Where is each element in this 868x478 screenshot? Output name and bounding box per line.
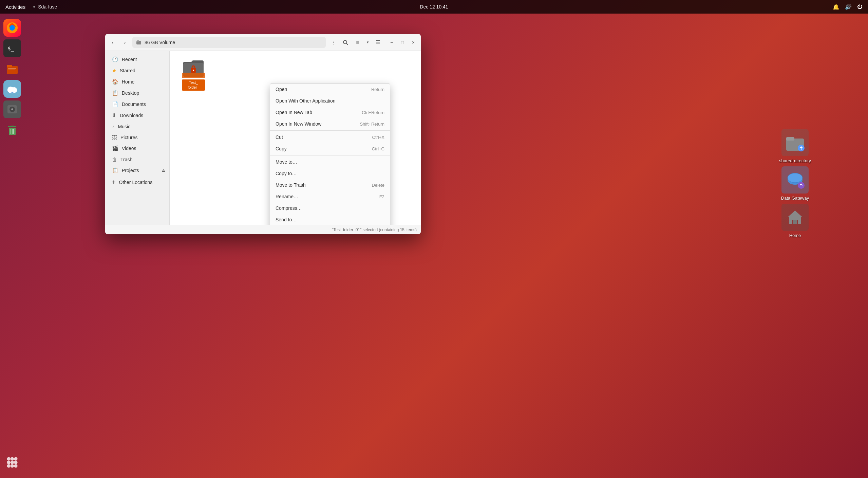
activities-label[interactable]: Activities (5, 4, 25, 10)
ctx-separator-1 (270, 130, 390, 131)
ctx-open[interactable]: Open Return (270, 84, 390, 95)
svg-point-20 (11, 457, 14, 460)
search-button[interactable] (341, 38, 350, 47)
pictures-icon: 🖼 (112, 134, 117, 140)
sidebar-item-music[interactable]: ♪ Music (107, 121, 168, 132)
svg-rect-5 (7, 65, 12, 67)
ctx-copy-to[interactable]: Copy to… (270, 168, 390, 179)
svg-point-21 (14, 457, 17, 460)
show-apps-button[interactable] (3, 454, 21, 471)
svg-point-27 (14, 464, 17, 467)
sidebar-item-starred[interactable]: ★ Starred (107, 65, 168, 76)
maximize-button[interactable]: □ (398, 38, 407, 47)
sidebar-item-videos[interactable]: 🎬 Videos (107, 143, 168, 154)
sidebar-label-recent: Recent (122, 57, 137, 62)
sidebar-label-home: Home (122, 79, 134, 85)
back-button[interactable]: ‹ (108, 38, 117, 47)
ctx-send-to[interactable]: Send to… (270, 214, 390, 225)
dock-item-cloud[interactable] (3, 80, 21, 98)
sidebar-item-projects[interactable]: 📋 Projects (107, 165, 158, 176)
ctx-cut[interactable]: Cut Ctrl+X (270, 131, 390, 143)
ctx-open-window-shortcut: Shift+Return (360, 122, 384, 127)
sidebar-item-desktop[interactable]: 📋 Desktop (107, 88, 168, 98)
sidebar-item-pictures[interactable]: 🖼 Pictures (107, 132, 168, 143)
status-text: "Test_folder_01" selected (containing 15… (332, 227, 417, 232)
desktop-icon-home[interactable]: Home (773, 204, 817, 239)
ctx-rename-label: Rename… (276, 194, 298, 199)
svg-point-1 (10, 25, 15, 31)
data-gateway-label: Data Gateway (781, 196, 809, 201)
sidebar-item-other-locations[interactable]: + Other Locations (107, 176, 168, 188)
ctx-cut-label: Cut (276, 134, 283, 140)
svg-rect-41 (182, 73, 205, 78)
menu-button[interactable]: ⋮ (328, 38, 338, 47)
svg-text:$_: $_ (7, 45, 14, 52)
sidebar-item-trash[interactable]: 🗑 Trash (107, 154, 168, 165)
power-icon[interactable]: ⏻ (857, 4, 863, 10)
ctx-move-to-trash[interactable]: Move to Trash Delete (270, 179, 390, 191)
other-locations-icon: + (112, 179, 116, 186)
trash-dock-icon (5, 123, 19, 136)
more-options-button[interactable]: ☰ (373, 38, 383, 47)
desktop-icon-data-gateway[interactable]: Data Gateway (773, 166, 817, 201)
ctx-move-to[interactable]: Move to… (270, 156, 390, 168)
notification-bell-icon[interactable]: 🔔 (833, 4, 839, 10)
sidebar-label-pictures: Pictures (120, 135, 138, 140)
view-dropdown-button[interactable]: ▾ (363, 38, 373, 47)
folder-label: Test_ folder_ (182, 79, 205, 91)
ctx-copy[interactable]: Copy Ctrl+C (270, 143, 390, 154)
sidebar-label-projects: Projects (122, 168, 139, 173)
ctx-open-new-tab[interactable]: Open In New Tab Ctrl+Return (270, 107, 390, 118)
recent-icon: 🕐 (112, 56, 118, 62)
starred-icon: ★ (112, 68, 116, 74)
dock-item-disk[interactable] (3, 100, 21, 118)
sidebar: 🕐 Recent ★ Starred 🏠 Home 📋 Desktop 📄 Do… (105, 51, 170, 225)
shared-directory-icon (785, 132, 805, 153)
svg-rect-34 (793, 220, 797, 224)
home-icon: 🏠 (112, 79, 118, 85)
list-view-button[interactable]: ≡ (353, 38, 362, 47)
dock-item-files[interactable] (3, 60, 21, 77)
apps-grid-icon (3, 454, 21, 471)
svg-point-26 (11, 464, 14, 467)
home-desktop-label: Home (789, 233, 801, 239)
ctx-movetotrash-label: Move to Trash (276, 182, 306, 188)
desktop-icon-shared-directory[interactable]: shared-directory (773, 129, 817, 164)
ctx-cut-shortcut: Ctrl+X (372, 135, 384, 140)
data-gateway-icon (785, 170, 805, 190)
svg-line-38 (346, 43, 348, 45)
forward-button[interactable]: › (120, 38, 130, 47)
file-manager-window: ‹ › 86 GB Volume ⋮ ≡ ▾ ☰ − □ × (105, 34, 421, 234)
dock-item-trash[interactable] (3, 121, 21, 139)
documents-icon: 📄 (112, 101, 118, 107)
svg-rect-36 (137, 40, 139, 42)
ctx-rename[interactable]: Rename… F2 (270, 191, 390, 202)
close-button[interactable]: × (409, 38, 418, 47)
eject-button[interactable]: ⏏ (158, 166, 168, 175)
sidebar-item-documents[interactable]: 📄 Documents (107, 99, 168, 110)
volume-icon[interactable]: 🔊 (845, 4, 852, 10)
ctx-open-window-label: Open In New Window (276, 121, 321, 127)
sidebar-item-home[interactable]: 🏠 Home (107, 76, 168, 87)
svg-point-24 (14, 461, 17, 464)
dock-item-terminal[interactable]: $_ (3, 39, 21, 57)
folder-item-test[interactable]: Test_ folder_ (180, 58, 207, 91)
context-menu: Open Return Open With Other Application … (270, 83, 390, 225)
ctx-open-new-window[interactable]: Open In New Window Shift+Return (270, 118, 390, 130)
sidebar-item-downloads[interactable]: ⬇ Downloads (107, 110, 168, 121)
dock-item-firefox[interactable] (3, 19, 21, 37)
content-area: 🕐 Recent ★ Starred 🏠 Home 📋 Desktop 📄 Do… (105, 51, 421, 225)
sidebar-item-recent[interactable]: 🕐 Recent (107, 54, 168, 65)
minimize-button[interactable]: − (387, 38, 396, 47)
header-bar: ‹ › 86 GB Volume ⋮ ≡ ▾ ☰ − □ × (105, 34, 421, 51)
ctx-separator-2 (270, 155, 390, 155)
svg-point-23 (11, 461, 14, 464)
app-name-area: ✦ Sda-fuse (32, 4, 57, 10)
ctx-open-shortcut: Return (371, 87, 384, 92)
ctx-compress[interactable]: Compress… (270, 202, 390, 214)
ctx-copyto-label: Copy to… (276, 171, 297, 176)
files-icon (5, 62, 19, 75)
ctx-open-with-other[interactable]: Open With Other Application (270, 95, 390, 107)
location-text: 86 GB Volume (145, 40, 175, 45)
location-bar[interactable]: 86 GB Volume (132, 37, 326, 48)
